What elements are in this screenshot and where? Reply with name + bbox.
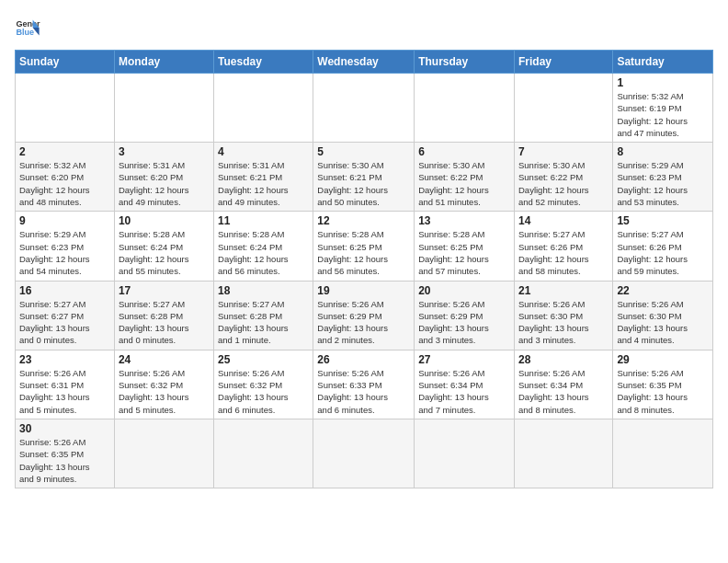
day-number: 12: [317, 214, 410, 227]
day-info: Sunrise: 5:28 AM Sunset: 6:24 PM Dayligh…: [218, 228, 309, 277]
calendar-cell: 28Sunrise: 5:26 AM Sunset: 6:34 PM Dayli…: [514, 350, 612, 419]
day-info: Sunrise: 5:27 AM Sunset: 6:28 PM Dayligh…: [119, 298, 210, 347]
day-number: 19: [317, 284, 410, 297]
day-number: 9: [19, 214, 110, 227]
calendar-cell: 9Sunrise: 5:29 AM Sunset: 6:23 PM Daylig…: [16, 212, 115, 281]
calendar-week-row: 1Sunrise: 5:32 AM Sunset: 6:19 PM Daylig…: [16, 74, 713, 143]
day-number: 30: [19, 422, 110, 435]
day-number: 8: [617, 145, 709, 158]
day-number: 15: [617, 214, 709, 227]
day-number: 2: [19, 145, 110, 158]
weekday-header: Sunday: [16, 51, 115, 74]
calendar-header-row: SundayMondayTuesdayWednesdayThursdayFrid…: [16, 51, 713, 74]
calendar-cell: 19Sunrise: 5:26 AM Sunset: 6:29 PM Dayli…: [313, 281, 415, 350]
day-info: Sunrise: 5:26 AM Sunset: 6:34 PM Dayligh…: [418, 367, 510, 416]
day-number: 10: [119, 214, 210, 227]
day-info: Sunrise: 5:26 AM Sunset: 6:35 PM Dayligh…: [19, 436, 110, 485]
weekday-header: Tuesday: [214, 51, 313, 74]
logo: General Blue: [15, 15, 40, 40]
day-info: Sunrise: 5:26 AM Sunset: 6:30 PM Dayligh…: [518, 298, 609, 347]
day-info: Sunrise: 5:26 AM Sunset: 6:32 PM Dayligh…: [119, 367, 210, 416]
calendar-cell: 10Sunrise: 5:28 AM Sunset: 6:24 PM Dayli…: [114, 212, 213, 281]
calendar-cell: [16, 74, 115, 143]
calendar-week-row: 30Sunrise: 5:26 AM Sunset: 6:35 PM Dayli…: [16, 419, 713, 488]
calendar-cell: 5Sunrise: 5:30 AM Sunset: 6:21 PM Daylig…: [313, 143, 415, 212]
calendar-cell: 16Sunrise: 5:27 AM Sunset: 6:27 PM Dayli…: [16, 281, 115, 350]
day-info: Sunrise: 5:26 AM Sunset: 6:33 PM Dayligh…: [317, 367, 410, 416]
calendar-cell: [415, 419, 515, 488]
day-info: Sunrise: 5:28 AM Sunset: 6:24 PM Dayligh…: [119, 228, 210, 277]
calendar-cell: 4Sunrise: 5:31 AM Sunset: 6:21 PM Daylig…: [214, 143, 313, 212]
day-info: Sunrise: 5:29 AM Sunset: 6:23 PM Dayligh…: [19, 228, 110, 277]
day-number: 21: [518, 284, 609, 297]
calendar-cell: 27Sunrise: 5:26 AM Sunset: 6:34 PM Dayli…: [415, 350, 515, 419]
calendar-cell: 26Sunrise: 5:26 AM Sunset: 6:33 PM Dayli…: [313, 350, 415, 419]
day-info: Sunrise: 5:30 AM Sunset: 6:22 PM Dayligh…: [418, 159, 510, 208]
day-info: Sunrise: 5:27 AM Sunset: 6:28 PM Dayligh…: [218, 298, 309, 347]
calendar-cell: [114, 419, 213, 488]
calendar-cell: 12Sunrise: 5:28 AM Sunset: 6:25 PM Dayli…: [313, 212, 415, 281]
day-info: Sunrise: 5:32 AM Sunset: 6:19 PM Dayligh…: [617, 90, 709, 139]
calendar-cell: 3Sunrise: 5:31 AM Sunset: 6:20 PM Daylig…: [114, 143, 213, 212]
day-number: 11: [218, 214, 309, 227]
calendar-cell: [514, 74, 612, 143]
day-info: Sunrise: 5:27 AM Sunset: 6:27 PM Dayligh…: [19, 298, 110, 347]
day-number: 16: [19, 284, 110, 297]
day-number: 23: [19, 353, 110, 366]
calendar-week-row: 9Sunrise: 5:29 AM Sunset: 6:23 PM Daylig…: [16, 212, 713, 281]
calendar-cell: 14Sunrise: 5:27 AM Sunset: 6:26 PM Dayli…: [514, 212, 612, 281]
day-number: 20: [418, 284, 510, 297]
weekday-header: Saturday: [613, 51, 713, 74]
weekday-header: Monday: [114, 51, 213, 74]
day-number: 28: [518, 353, 609, 366]
calendar-cell: [613, 419, 713, 488]
day-number: 24: [119, 353, 210, 366]
calendar-cell: 11Sunrise: 5:28 AM Sunset: 6:24 PM Dayli…: [214, 212, 313, 281]
calendar-cell: [514, 419, 612, 488]
page-header: General Blue: [15, 15, 713, 40]
calendar-cell: 13Sunrise: 5:28 AM Sunset: 6:25 PM Dayli…: [415, 212, 515, 281]
calendar-week-row: 2Sunrise: 5:32 AM Sunset: 6:20 PM Daylig…: [16, 143, 713, 212]
day-number: 17: [119, 284, 210, 297]
calendar-cell: [214, 74, 313, 143]
day-number: 22: [617, 284, 709, 297]
calendar-week-row: 16Sunrise: 5:27 AM Sunset: 6:27 PM Dayli…: [16, 281, 713, 350]
calendar-cell: 25Sunrise: 5:26 AM Sunset: 6:32 PM Dayli…: [214, 350, 313, 419]
day-info: Sunrise: 5:30 AM Sunset: 6:22 PM Dayligh…: [518, 159, 609, 208]
day-number: 13: [418, 214, 510, 227]
calendar-cell: 18Sunrise: 5:27 AM Sunset: 6:28 PM Dayli…: [214, 281, 313, 350]
svg-text:Blue: Blue: [16, 28, 34, 37]
calendar-cell: 6Sunrise: 5:30 AM Sunset: 6:22 PM Daylig…: [415, 143, 515, 212]
day-info: Sunrise: 5:31 AM Sunset: 6:20 PM Dayligh…: [119, 159, 210, 208]
weekday-header: Wednesday: [313, 51, 415, 74]
calendar-cell: 23Sunrise: 5:26 AM Sunset: 6:31 PM Dayli…: [16, 350, 115, 419]
day-number: 18: [218, 284, 309, 297]
day-number: 25: [218, 353, 309, 366]
calendar-cell: 29Sunrise: 5:26 AM Sunset: 6:35 PM Dayli…: [613, 350, 713, 419]
day-number: 6: [418, 145, 510, 158]
calendar-cell: 7Sunrise: 5:30 AM Sunset: 6:22 PM Daylig…: [514, 143, 612, 212]
day-info: Sunrise: 5:27 AM Sunset: 6:26 PM Dayligh…: [518, 228, 609, 277]
day-info: Sunrise: 5:26 AM Sunset: 6:29 PM Dayligh…: [418, 298, 510, 347]
calendar-cell: 2Sunrise: 5:32 AM Sunset: 6:20 PM Daylig…: [16, 143, 115, 212]
calendar-week-row: 23Sunrise: 5:26 AM Sunset: 6:31 PM Dayli…: [16, 350, 713, 419]
day-number: 5: [317, 145, 410, 158]
calendar-cell: [313, 74, 415, 143]
calendar-cell: [313, 419, 415, 488]
day-info: Sunrise: 5:32 AM Sunset: 6:20 PM Dayligh…: [19, 159, 110, 208]
day-number: 14: [518, 214, 609, 227]
calendar-cell: 22Sunrise: 5:26 AM Sunset: 6:30 PM Dayli…: [613, 281, 713, 350]
weekday-header: Friday: [514, 51, 612, 74]
calendar-cell: 21Sunrise: 5:26 AM Sunset: 6:30 PM Dayli…: [514, 281, 612, 350]
day-info: Sunrise: 5:26 AM Sunset: 6:29 PM Dayligh…: [317, 298, 410, 347]
calendar-cell: 30Sunrise: 5:26 AM Sunset: 6:35 PM Dayli…: [16, 419, 115, 488]
day-number: 26: [317, 353, 410, 366]
day-number: 27: [418, 353, 510, 366]
day-info: Sunrise: 5:26 AM Sunset: 6:35 PM Dayligh…: [617, 367, 709, 416]
calendar-cell: 17Sunrise: 5:27 AM Sunset: 6:28 PM Dayli…: [114, 281, 213, 350]
calendar-cell: 20Sunrise: 5:26 AM Sunset: 6:29 PM Dayli…: [415, 281, 515, 350]
day-number: 29: [617, 353, 709, 366]
day-number: 3: [119, 145, 210, 158]
logo-icon: General Blue: [15, 15, 40, 40]
calendar-cell: [114, 74, 213, 143]
